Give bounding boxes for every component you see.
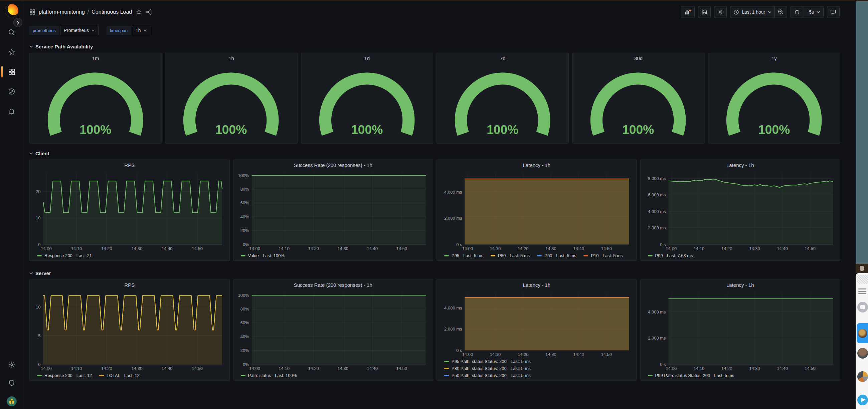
- sidebar-item-dashboards[interactable]: [0, 67, 23, 76]
- chart-legend: Response 200Last: 21: [30, 252, 229, 260]
- chart-plot-area[interactable]: 14:0014:1014:2014:3014:4014:500 s2.000 m…: [439, 290, 634, 358]
- legend-item[interactable]: P10Last: 5 ms: [584, 253, 623, 258]
- row-header-server[interactable]: Server: [29, 270, 840, 277]
- chart-canvas: 14:0014:1014:2014:3014:4014:500%20%40%60…: [236, 170, 431, 252]
- panel-title[interactable]: 1h: [165, 53, 297, 63]
- legend-item[interactable]: TOTALLast: 12: [99, 373, 140, 378]
- panel-title[interactable]: RPS: [30, 160, 229, 170]
- legend-series-label: P99: [655, 253, 663, 258]
- chart-plot-area[interactable]: 14:0014:1014:2014:3014:4014:500 s2.000 m…: [643, 170, 838, 252]
- variable-timespan: timespan 1h: [106, 26, 150, 35]
- row-header-availability[interactable]: Service Path Availability: [29, 43, 840, 50]
- breadcrumb-dashboard[interactable]: Continuous Load: [92, 9, 132, 15]
- telegram-icon[interactable]: [857, 395, 868, 405]
- gauge-chart: 100%: [708, 63, 840, 144]
- panel-title[interactable]: Latency - 1h: [641, 160, 840, 170]
- legend-item[interactable]: Path: statusLast: 100%: [241, 373, 297, 378]
- panel-title[interactable]: Success Rate (200 responses) - 1h: [234, 280, 433, 290]
- panel-title[interactable]: Success Rate (200 responses) - 1h: [234, 160, 433, 170]
- refresh-interval-picker[interactable]: 5s: [803, 6, 824, 18]
- svg-text:100%: 100%: [622, 123, 654, 136]
- chevron-down-icon: [29, 272, 33, 275]
- sidebar-item-starred[interactable]: [0, 48, 23, 56]
- panel-client-rps: RPS14:0014:1014:2014:3014:4014:5001020Re…: [29, 160, 230, 261]
- svg-text:14:50: 14:50: [601, 352, 612, 357]
- refresh-dashboard-button[interactable]: [790, 6, 803, 18]
- svg-text:14:20: 14:20: [518, 246, 529, 251]
- legend-item[interactable]: P80Last: 5 ms: [491, 253, 530, 258]
- svg-text:14:40: 14:40: [162, 246, 173, 251]
- dashboard-canvas: Service Path Availability 1m100%1h100%1d…: [23, 43, 856, 381]
- variable-value-dropdown[interactable]: 1h: [132, 26, 151, 35]
- add-panel-button[interactable]: +: [681, 6, 695, 18]
- variable-value-dropdown[interactable]: Prometheus: [60, 26, 98, 35]
- zoom-out-time-button[interactable]: [774, 6, 787, 18]
- svg-text:4.000 ms: 4.000 ms: [648, 209, 666, 214]
- panel-title[interactable]: 1d: [301, 53, 433, 63]
- legend-item[interactable]: P99 Path: status Status: 200Last: 5 ms: [648, 373, 735, 378]
- background-window-sliver: [856, 273, 868, 409]
- svg-text:14:10: 14:10: [490, 352, 501, 357]
- svg-text:100%: 100%: [351, 123, 383, 136]
- chart-plot-area[interactable]: 14:0014:1014:2014:3014:4014:500 s2.000 m…: [439, 170, 634, 252]
- svg-text:14:40: 14:40: [573, 352, 584, 357]
- legend-item[interactable]: P80 Path: status Status: 200Last: 5 ms: [444, 366, 634, 371]
- chart-plot-area[interactable]: 14:0014:1014:2014:3014:4014:5001020: [32, 170, 227, 252]
- blue-portrait-tile[interactable]: [857, 323, 868, 343]
- panel-title[interactable]: Latency - 1h: [437, 160, 637, 170]
- legend-item[interactable]: Response 200Last: 21: [37, 253, 92, 258]
- sidebar-item-server-admin[interactable]: [0, 379, 23, 387]
- panel-title[interactable]: Latency - 1h: [641, 280, 840, 290]
- panel-title[interactable]: 1y: [708, 53, 840, 63]
- legend-swatch: [241, 255, 245, 256]
- dashboard-settings-button[interactable]: [714, 6, 727, 18]
- panel-title[interactable]: 1m: [30, 53, 161, 63]
- legend-item[interactable]: P95 Path: status Status: 200Last: 5 ms: [444, 359, 634, 364]
- svg-text:8.000 ms: 8.000 ms: [648, 176, 666, 181]
- share-dashboard-button[interactable]: [146, 9, 152, 15]
- legend-item[interactable]: P95Last: 5 ms: [444, 253, 483, 258]
- breadcrumb-folder[interactable]: platform-monitoring: [39, 9, 85, 15]
- panel-title[interactable]: RPS: [30, 280, 229, 290]
- chart-plot-area[interactable]: 14:0014:1014:2014:3014:4014:500%20%40%60…: [236, 170, 431, 252]
- person-avatar[interactable]: [857, 348, 868, 358]
- artwork-avatar[interactable]: [857, 371, 868, 382]
- chart-canvas: 14:0014:1014:2014:3014:4014:500 s2.000 m…: [439, 290, 634, 358]
- panel-title[interactable]: 7d: [437, 53, 568, 63]
- apple-logo-icon: [860, 266, 864, 271]
- chart-plot-area[interactable]: 14:0014:1014:2014:3014:4014:500 s2.000 m…: [643, 290, 838, 372]
- row-header-client[interactable]: Client: [29, 150, 840, 157]
- save-dashboard-button[interactable]: [698, 6, 711, 18]
- panel-title[interactable]: 30d: [572, 53, 704, 63]
- star-dashboard-button[interactable]: [136, 9, 142, 15]
- legend-item[interactable]: P50 Path: status Status: 200Last: 5 ms: [444, 373, 634, 378]
- gray-app-icon[interactable]: [857, 302, 868, 313]
- refresh-icon: [794, 9, 800, 15]
- chart-plot-area[interactable]: 14:0014:1014:2014:3014:4014:500510: [32, 290, 227, 372]
- time-range-picker[interactable]: Last 1 hour: [730, 6, 775, 18]
- legend-item[interactable]: Response 200Last: 12: [37, 373, 92, 378]
- svg-text:14:30: 14:30: [749, 246, 760, 251]
- legend-last-value: Last: 5 ms: [510, 366, 531, 371]
- legend-item[interactable]: P99Last: 7.63 ms: [648, 253, 693, 258]
- tv-kiosk-mode-button[interactable]: [827, 6, 840, 18]
- svg-text:40%: 40%: [240, 214, 249, 219]
- svg-text:80%: 80%: [240, 307, 249, 312]
- svg-text:14:30: 14:30: [132, 246, 143, 251]
- sidebar-item-alerting[interactable]: [0, 107, 23, 116]
- grafana-logo[interactable]: [5, 4, 19, 18]
- legend-item[interactable]: ValueLast: 100%: [241, 253, 284, 258]
- legend-swatch: [241, 375, 245, 376]
- svg-text:0: 0: [38, 242, 40, 247]
- svg-text:14:00: 14:00: [462, 352, 473, 357]
- sidebar-item-explore[interactable]: [0, 87, 23, 96]
- sidebar-expand-button[interactable]: [13, 18, 22, 27]
- sidebar-item-search[interactable]: [0, 28, 23, 37]
- stipple-texture: [857, 275, 868, 284]
- sidebar-item-configuration[interactable]: [0, 360, 23, 369]
- chart-plot-area[interactable]: 14:0014:1014:2014:3014:4014:500%20%40%60…: [236, 290, 431, 372]
- legend-item[interactable]: P50Last: 5 ms: [537, 253, 576, 258]
- panel-title[interactable]: Latency - 1h: [437, 280, 637, 290]
- menu-lines-icon[interactable]: [858, 288, 866, 294]
- sidebar-item-profile[interactable]: [0, 397, 23, 406]
